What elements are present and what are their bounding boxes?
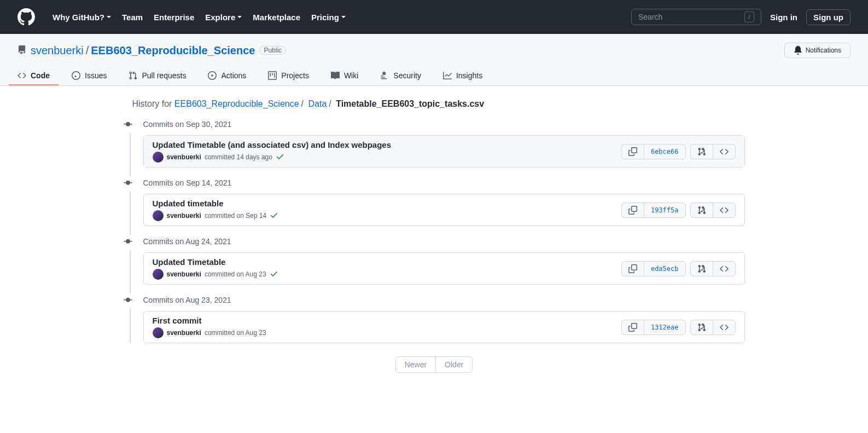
nav-marketplace[interactable]: Marketplace [253, 13, 300, 22]
commit-group-date: Commits on Sep 14, 2021 [143, 176, 745, 189]
browse-group [690, 203, 736, 218]
repo-separator: / [86, 44, 89, 57]
search-input[interactable] [638, 13, 744, 21]
commit-title-link[interactable]: Updated Timetable [153, 257, 621, 267]
commit-actions: 1312eae [621, 320, 736, 335]
commit-info: Updated Timetable (and associated csv) a… [153, 140, 621, 163]
tab-icon [380, 71, 389, 80]
sha-link[interactable]: 193ff5a [644, 203, 686, 218]
bell-icon [794, 46, 802, 55]
repo-owner-link[interactable]: svenbuerki [31, 44, 84, 57]
tab-projects[interactable]: Projects [259, 67, 318, 85]
view-code-button[interactable] [713, 144, 736, 159]
browse-tree-button[interactable] [690, 320, 713, 335]
nav-pricing[interactable]: Pricing [311, 13, 346, 22]
breadcrumb-prefix: History for [132, 99, 172, 108]
commit-item: Updated Timetablesvenbuerkicommitted on … [144, 253, 744, 284]
commit-node-icon [124, 296, 132, 306]
copy-sha-button[interactable] [621, 261, 644, 276]
avatar[interactable] [153, 152, 164, 163]
chevron-down-icon [107, 16, 111, 18]
nav-links: Why GitHub?TeamEnterpriseExploreMarketpl… [53, 13, 346, 22]
commit-actions: 193ff5a [621, 203, 736, 218]
newer-button: Newer [396, 357, 436, 372]
nav-why-github-[interactable]: Why GitHub? [53, 13, 111, 22]
notifications-button[interactable]: Notifications [784, 43, 850, 58]
breadcrumb-current: Timetable_EEB603_topic_tasks.csv [336, 99, 484, 108]
breadcrumb-link[interactable]: Data [308, 99, 327, 108]
sha-link[interactable]: 6ebce66 [644, 144, 686, 159]
view-code-button[interactable] [713, 203, 736, 218]
commit-author-link[interactable]: svenbuerki [167, 329, 201, 337]
copy-sha-button[interactable] [621, 320, 644, 335]
browse-group [690, 144, 736, 159]
visibility-badge: Public [259, 46, 286, 55]
sign-in-link[interactable]: Sign in [770, 13, 797, 22]
avatar[interactable] [153, 269, 164, 280]
commit-info: Updated timetablesvenbuerkicommitted on … [153, 199, 621, 221]
notifications-label: Notifications [806, 47, 841, 54]
github-logo[interactable] [18, 8, 35, 26]
browse-tree-button[interactable] [690, 261, 713, 276]
commit-author-link[interactable]: svenbuerki [167, 153, 201, 161]
tab-icon [18, 71, 26, 80]
tab-icon [331, 71, 340, 80]
commit-actions: 6ebce66 [621, 144, 736, 159]
nav-enterprise[interactable]: Enterprise [154, 13, 194, 22]
sha-group: 1312eae [621, 320, 686, 335]
main-content: History for EEB603_Reproducible_Science/… [106, 86, 762, 386]
commit-group-date: Commits on Aug 24, 2021 [143, 235, 745, 248]
tab-icon [72, 71, 80, 80]
avatar[interactable] [153, 327, 164, 338]
browse-tree-button[interactable] [690, 203, 713, 218]
pagination: Newer Older [124, 356, 745, 373]
commit-meta: svenbuerkicommitted on Aug 23 [153, 327, 621, 338]
check-icon[interactable] [276, 152, 284, 163]
header-right: / Sign in Sign up [631, 9, 850, 25]
repo-name-link[interactable]: EEB603_Reproducible_Science [91, 44, 255, 57]
tab-pull-requests[interactable]: Pull requests [120, 67, 195, 85]
copy-sha-button[interactable] [621, 203, 644, 218]
nav-team[interactable]: Team [122, 13, 143, 22]
global-header: Why GitHub?TeamEnterpriseExploreMarketpl… [0, 0, 868, 34]
commit-group-date: Commits on Sep 30, 2021 [143, 118, 745, 131]
breadcrumb-link[interactable]: EEB603_Reproducible_Science [174, 99, 299, 108]
commit-author-link[interactable]: svenbuerki [167, 270, 201, 278]
view-code-button[interactable] [713, 320, 736, 335]
tab-security[interactable]: Security [371, 67, 430, 85]
commit-when: committed 14 days ago [205, 153, 272, 161]
sha-link[interactable]: 1312eae [644, 320, 686, 335]
commit-group-date: Commits on Aug 23, 2021 [143, 293, 745, 307]
avatar[interactable] [153, 210, 164, 221]
commit-title-link[interactable]: First commit [153, 316, 621, 325]
tab-insights[interactable]: Insights [434, 67, 491, 85]
chevron-down-icon [341, 16, 346, 18]
commit-author-link[interactable]: svenbuerki [167, 212, 201, 220]
repo-icon [18, 45, 26, 56]
browse-tree-button[interactable] [690, 144, 713, 159]
copy-sha-button[interactable] [621, 144, 644, 159]
commit-list: Updated timetablesvenbuerkicommitted on … [143, 194, 745, 226]
tab-wiki[interactable]: Wiki [322, 67, 367, 85]
commit-actions: eda5ecb [621, 261, 736, 276]
check-icon[interactable] [270, 211, 278, 221]
commit-item: First commitsvenbuerkicommitted on Aug 2… [144, 311, 744, 343]
sha-link[interactable]: eda5ecb [644, 261, 686, 276]
search-box[interactable]: / [631, 9, 761, 25]
browse-group [690, 261, 736, 276]
commit-when: committed on Aug 23 [205, 270, 266, 278]
commit-meta: svenbuerkicommitted on Sep 14 [153, 210, 621, 221]
view-code-button[interactable] [713, 261, 736, 276]
breadcrumb: History for EEB603_Reproducible_Science/… [124, 99, 745, 109]
commit-title-link[interactable]: Updated Timetable (and associated csv) a… [153, 140, 621, 149]
check-icon[interactable] [270, 269, 278, 280]
tab-code[interactable]: Code [9, 67, 59, 85]
nav-explore[interactable]: Explore [205, 13, 242, 22]
commit-title-link[interactable]: Updated timetable [153, 199, 621, 208]
tab-icon [129, 71, 137, 80]
repo-title-row: svenbuerki / EEB603_Reproducible_Science… [0, 43, 868, 67]
older-button: Older [436, 357, 472, 372]
tab-issues[interactable]: Issues [63, 67, 115, 85]
sign-up-button[interactable]: Sign up [806, 9, 850, 25]
tab-actions[interactable]: Actions [199, 67, 255, 85]
